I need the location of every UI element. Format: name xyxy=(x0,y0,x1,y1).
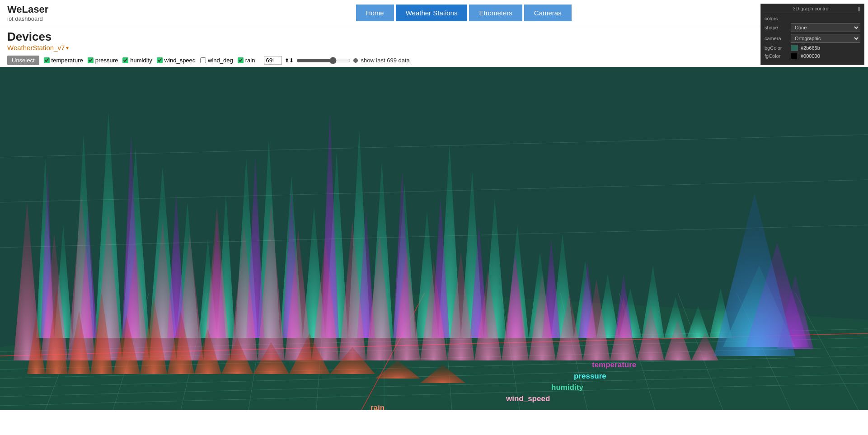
fgcolor-value: #000000 xyxy=(801,53,820,59)
wind-speed-label: wind_speed xyxy=(164,57,196,64)
control-colors-label: colors xyxy=(765,16,788,21)
wind-speed-checkbox[interactable] xyxy=(157,57,163,63)
controls-bar: Unselect temperature pressure humidity w… xyxy=(0,54,868,67)
data-slider[interactable] xyxy=(296,57,351,64)
checkbox-wind-speed[interactable]: wind_speed xyxy=(157,57,196,64)
header: WeLaser iot dashboard Home Weather Stati… xyxy=(0,0,868,26)
control-fgcolor-label: fgColor xyxy=(765,53,788,59)
wind-deg-checkbox[interactable] xyxy=(200,57,206,63)
rain-checkbox[interactable] xyxy=(238,57,244,63)
device-dropdown-arrow: ▾ xyxy=(66,45,69,51)
devices-section: Devices WeatherStation_v7 ▾ xyxy=(0,26,868,54)
brand-subtitle: iot dashboard xyxy=(7,15,48,22)
control-colors-row: colors xyxy=(765,16,860,21)
control-camera-row: camera Ortographic Perspective xyxy=(765,34,860,43)
checkbox-wind-deg[interactable]: wind_deg xyxy=(200,57,233,64)
temperature-axis-label: temperature xyxy=(592,360,636,369)
brand-title: WeLaser xyxy=(7,4,48,15)
rain-label: rain xyxy=(245,57,255,64)
graph-control-title: 3D graph control || xyxy=(765,6,860,13)
control-bgcolor-label: bgColor xyxy=(765,45,788,51)
temperature-checkbox[interactable] xyxy=(44,57,50,63)
main-nav: Home Weather Stations Etrometers Cameras xyxy=(66,5,861,21)
nav-cameras[interactable]: Cameras xyxy=(524,5,572,21)
brand: WeLaser iot dashboard xyxy=(7,4,48,22)
humidity-checkbox[interactable] xyxy=(122,57,128,63)
device-selector[interactable]: WeatherStation_v7 ▾ xyxy=(7,44,69,51)
checkbox-humidity[interactable]: humidity xyxy=(122,57,152,64)
humidity-axis-label: humidity xyxy=(551,383,583,392)
pressure-label: pressure xyxy=(95,57,118,64)
nav-etrometers[interactable]: Etrometers xyxy=(469,5,522,21)
bgcolor-value: #2b665b xyxy=(801,45,820,51)
nav-weather-stations[interactable]: Weather Stations xyxy=(396,5,468,21)
control-shape-label: shape xyxy=(765,25,788,30)
slider-thumb-icon xyxy=(353,58,358,63)
wind-deg-label: wind_deg xyxy=(208,57,233,64)
3d-visualization: temperature pressure humidity wind_speed… xyxy=(0,67,868,410)
control-camera-label: camera xyxy=(765,36,788,41)
wind-speed-axis-label: wind_speed xyxy=(506,394,550,403)
humidity-label: humidity xyxy=(130,57,152,64)
shape-select[interactable]: Cone Bar Sphere xyxy=(791,23,860,32)
devices-title: Devices xyxy=(7,30,861,44)
graph-control-minimize[interactable]: || xyxy=(858,6,860,11)
control-bgcolor-row: bgColor #2b665b xyxy=(765,45,860,51)
checkbox-pressure[interactable]: pressure xyxy=(88,57,118,64)
checkbox-rain[interactable]: rain xyxy=(238,57,255,64)
rain-axis-label: rain xyxy=(371,403,385,410)
pressure-axis-label: pressure xyxy=(574,372,606,380)
bgcolor-swatch[interactable] xyxy=(791,45,798,51)
control-shape-row: shape Cone Bar Sphere xyxy=(765,23,860,32)
fgcolor-swatch[interactable] xyxy=(791,53,798,59)
temperature-label: temperature xyxy=(52,57,83,64)
device-name: WeatherStation_v7 xyxy=(7,44,65,51)
unselect-button[interactable]: Unselect xyxy=(7,56,39,65)
checkbox-temperature[interactable]: temperature xyxy=(44,57,83,64)
graph-control-panel: 3D graph control || colors shape Cone Ba… xyxy=(760,4,864,65)
control-fgcolor-row: fgColor #000000 xyxy=(765,53,860,59)
camera-select[interactable]: Ortographic Perspective xyxy=(791,34,860,43)
data-count-container: ⬆⬇ show last 699 data xyxy=(264,56,409,65)
data-count-input[interactable] xyxy=(264,56,282,65)
data-count-label: show last 699 data xyxy=(361,57,409,64)
nav-home[interactable]: Home xyxy=(356,5,394,21)
pressure-checkbox[interactable] xyxy=(88,57,94,63)
visualization-area[interactable]: temperature pressure humidity wind_speed… xyxy=(0,67,868,410)
